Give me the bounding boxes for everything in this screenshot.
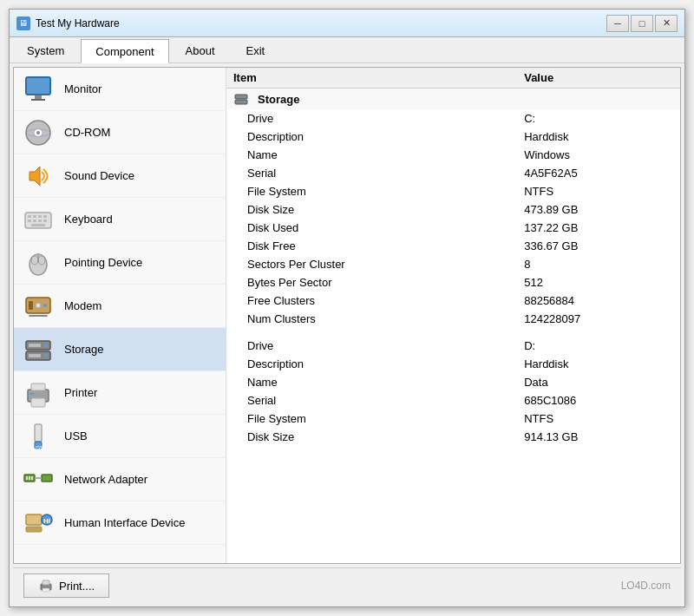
svg-rect-1 bbox=[35, 95, 42, 99]
detail-table: Item Value StorageDriveC:DescriptionHard… bbox=[226, 68, 680, 446]
svg-text:USB: USB bbox=[33, 445, 43, 450]
table-row: Free Clusters88256884 bbox=[226, 292, 680, 310]
close-button[interactable]: ✕ bbox=[655, 15, 678, 32]
svg-point-53 bbox=[244, 101, 246, 102]
row-value: Harddisk bbox=[517, 128, 680, 146]
row-value: Data bbox=[517, 373, 680, 391]
svg-marker-7 bbox=[29, 167, 40, 186]
sidebar-item-hid-label: Human Interface Device bbox=[64, 516, 185, 529]
svg-point-5 bbox=[36, 131, 40, 134]
row-item: Disk Size bbox=[226, 428, 517, 446]
svg-point-52 bbox=[244, 95, 246, 97]
main-window: 🖥 Test My Hardware ─ □ ✕ System Componen… bbox=[9, 9, 685, 607]
sidebar-item-storage[interactable]: Storage bbox=[14, 328, 226, 371]
row-value: C: bbox=[517, 109, 680, 128]
table-row: Disk Used137.22 GB bbox=[226, 219, 680, 237]
sidebar-item-pointing-label: Pointing Device bbox=[64, 256, 142, 269]
printer-icon bbox=[21, 376, 56, 410]
row-value: 88256884 bbox=[517, 292, 680, 310]
sidebar-item-hid[interactable]: HI Human Interface Device bbox=[14, 501, 226, 545]
sidebar-item-pointing[interactable]: Pointing Device bbox=[14, 241, 226, 285]
svg-rect-36 bbox=[29, 393, 34, 395]
maximize-button[interactable]: □ bbox=[631, 15, 653, 32]
sidebar-item-keyboard[interactable]: Keyboard bbox=[14, 198, 226, 241]
row-value: NTFS bbox=[517, 182, 680, 200]
svg-rect-13 bbox=[28, 220, 31, 222]
table-row: Disk Free336.67 GB bbox=[226, 237, 680, 255]
svg-rect-9 bbox=[28, 215, 31, 218]
sidebar-item-modem-label: Modem bbox=[64, 299, 101, 312]
svg-rect-23 bbox=[29, 301, 33, 310]
detail-table-container[interactable]: Item Value StorageDriveC:DescriptionHard… bbox=[226, 68, 680, 563]
row-item: File System bbox=[226, 182, 517, 200]
sidebar-item-monitor[interactable]: Monitor bbox=[14, 68, 226, 111]
sidebar-item-sound[interactable]: Sound Device bbox=[14, 154, 226, 198]
svg-rect-56 bbox=[43, 588, 49, 592]
monitor-icon bbox=[21, 72, 56, 107]
table-row: File SystemNTFS bbox=[226, 182, 680, 200]
sidebar-item-cdrom[interactable]: CD-ROM bbox=[14, 111, 226, 154]
tab-about[interactable]: About bbox=[171, 39, 230, 62]
svg-point-57 bbox=[49, 586, 50, 587]
sidebar-item-cdrom-label: CD-ROM bbox=[64, 126, 110, 139]
row-value: 914.13 GB bbox=[517, 428, 680, 446]
print-button[interactable]: Print.... bbox=[23, 573, 109, 598]
svg-rect-17 bbox=[31, 224, 45, 226]
app-icon: 🖥 bbox=[16, 16, 30, 30]
sidebar-item-network[interactable]: Network Adapter bbox=[14, 458, 226, 501]
section-label: Storage bbox=[226, 88, 517, 109]
svg-rect-16 bbox=[43, 220, 47, 222]
table-row: Storage bbox=[226, 88, 680, 110]
pointing-icon bbox=[21, 246, 56, 280]
title-buttons: ─ □ ✕ bbox=[606, 15, 678, 32]
svg-rect-15 bbox=[38, 220, 42, 222]
row-item: Description bbox=[226, 355, 517, 373]
tab-component[interactable]: Component bbox=[81, 39, 168, 63]
svg-text:HI: HI bbox=[43, 517, 50, 525]
svg-point-29 bbox=[44, 344, 48, 347]
svg-rect-41 bbox=[26, 476, 28, 480]
minimize-button[interactable]: ─ bbox=[606, 15, 629, 32]
sidebar-item-sound-label: Sound Device bbox=[64, 169, 134, 182]
svg-rect-11 bbox=[38, 215, 42, 218]
table-row: Serial4A5F62A5 bbox=[226, 164, 680, 182]
row-item: Disk Size bbox=[226, 200, 517, 219]
svg-rect-46 bbox=[26, 514, 42, 525]
row-value: 685C1086 bbox=[517, 391, 680, 410]
svg-rect-14 bbox=[33, 220, 36, 222]
sound-icon bbox=[21, 159, 56, 193]
sidebar-item-storage-label: Storage bbox=[64, 343, 104, 356]
print-label: Print.... bbox=[59, 580, 95, 593]
table-row: Num Clusters124228097 bbox=[226, 310, 680, 328]
modem-icon bbox=[21, 289, 56, 324]
table-row: File SystemNTFS bbox=[226, 410, 680, 428]
svg-rect-37 bbox=[35, 424, 42, 442]
sidebar-item-monitor-label: Monitor bbox=[64, 82, 101, 95]
svg-rect-35 bbox=[31, 398, 45, 407]
column-value: Value bbox=[517, 68, 680, 88]
detail-panel: Item Value StorageDriveC:DescriptionHard… bbox=[226, 68, 680, 563]
network-icon bbox=[21, 462, 56, 497]
tab-exit[interactable]: Exit bbox=[232, 39, 280, 62]
print-icon bbox=[38, 578, 54, 593]
row-value: Windows bbox=[517, 146, 680, 164]
svg-rect-0 bbox=[26, 77, 50, 95]
svg-rect-31 bbox=[29, 344, 41, 347]
tab-system[interactable]: System bbox=[12, 39, 79, 62]
row-item: Drive bbox=[226, 109, 517, 128]
watermark: LO4D.com bbox=[621, 580, 671, 592]
table-row: Sectors Per Cluster8 bbox=[226, 255, 680, 273]
sidebar-item-modem[interactable]: Modem bbox=[14, 285, 226, 328]
sidebar-item-printer[interactable]: Printer bbox=[14, 371, 226, 415]
svg-rect-26 bbox=[29, 315, 48, 317]
svg-point-30 bbox=[44, 354, 48, 357]
table-row: DescriptionHarddisk bbox=[226, 355, 680, 373]
sidebar-item-usb[interactable]: USB USB bbox=[14, 415, 226, 458]
row-item: Description bbox=[226, 128, 517, 146]
svg-rect-47 bbox=[26, 527, 42, 532]
svg-point-25 bbox=[43, 304, 47, 307]
menu-bar: System Component About Exit bbox=[10, 37, 684, 63]
row-item: Disk Used bbox=[226, 219, 517, 237]
row-value: 4A5F62A5 bbox=[517, 164, 680, 182]
row-value: 473.89 GB bbox=[517, 200, 680, 219]
